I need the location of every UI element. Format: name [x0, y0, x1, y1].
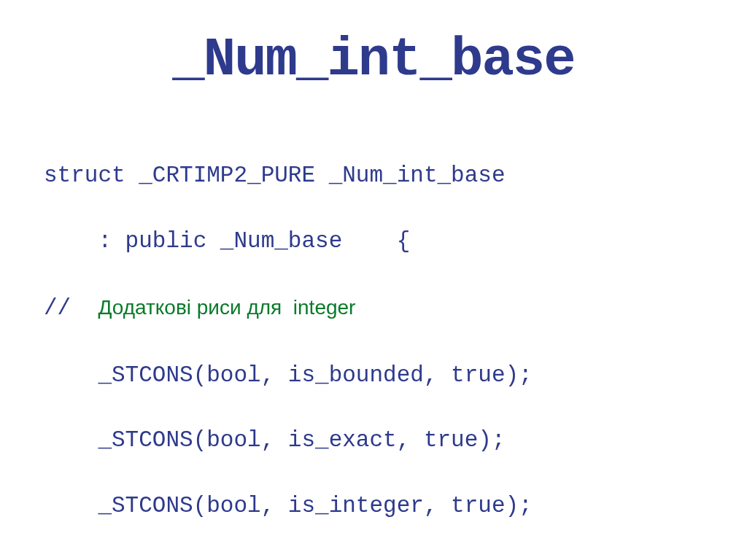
code-line-struct: struct _CRTIMP2_PURE _Num_int_base: [44, 160, 703, 192]
code-line-stcons-integer: _STCONS(bool, is_integer, true);: [44, 490, 703, 523]
slide-title: _Num_int_base: [44, 29, 703, 90]
code-line-stcons-modulo: _STCONS(bool, is_modulo, true);: [44, 556, 703, 560]
code-block: struct _CRTIMP2_PURE _Num_int_base : pub…: [44, 127, 703, 560]
code-line-stcons-bounded: _STCONS(bool, is_bounded, true);: [44, 359, 703, 392]
code-line-comment: // Додаткові риси для integer: [44, 292, 703, 325]
comment-text: Додаткові риси для integer: [98, 296, 355, 319]
comment-prefix: //: [44, 295, 98, 321]
code-line-stcons-exact: _STCONS(bool, is_exact, true);: [44, 424, 703, 457]
code-line-inherit: : public _Num_base {: [44, 225, 703, 258]
